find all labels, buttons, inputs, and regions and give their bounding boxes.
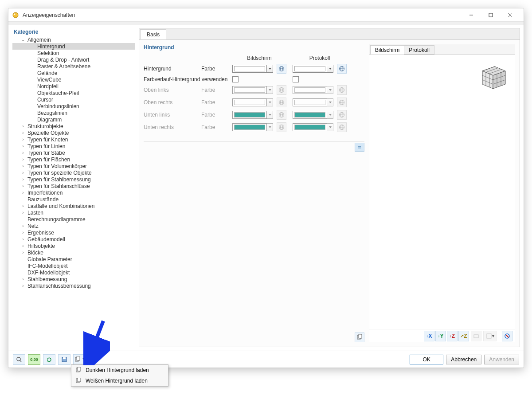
document-icon — [75, 367, 82, 374]
view-mode-1-button[interactable] — [471, 331, 481, 341]
preview-tab-screen[interactable]: Bildschirm — [370, 45, 404, 55]
preview-tab-protokoll[interactable]: Protokoll — [404, 45, 434, 55]
tree-item[interactable]: Cursor — [12, 96, 135, 103]
row-label-tr: Oben rechts — [144, 99, 201, 106]
gradient-checkbox-screen[interactable] — [232, 76, 239, 82]
tree-item[interactable]: ›Ergebnisse — [12, 229, 135, 236]
svg-rect-3 — [489, 13, 493, 17]
row-label-gradient: Farbverlauf-Hintergrund verwenden — [144, 76, 232, 82]
svg-rect-68 — [78, 378, 81, 382]
tree-item[interactable]: Nordpfeil — [12, 83, 135, 90]
copy-settings-button[interactable] — [355, 332, 364, 342]
save-button[interactable] — [58, 354, 70, 365]
tree-item[interactable]: Bezugslinien — [12, 110, 135, 116]
preview-viewport[interactable] — [369, 55, 515, 329]
units-button[interactable]: 0,00 — [28, 354, 40, 365]
tree-item[interactable]: Raster & Arbeitsebene — [12, 63, 135, 70]
tree-item[interactable]: ›Blöcke — [12, 249, 135, 256]
refresh-button[interactable] — [43, 354, 55, 365]
cancel-button[interactable]: Abbrechen — [446, 355, 481, 364]
view-mode-2-button[interactable]: ▾ — [483, 331, 497, 341]
section-title: Hintergrund — [144, 44, 364, 51]
row-sublabel-bg: Farbe — [201, 66, 232, 72]
row-sublabel-tl: Farbe — [201, 87, 232, 93]
tree-item[interactable]: Drag & Drop - Antwort — [12, 56, 135, 63]
tree-item[interactable]: ›Gebäudemodell — [12, 236, 135, 243]
ok-button[interactable]: OK — [410, 355, 443, 364]
view-iso-button[interactable]: ↗Z — [458, 331, 469, 341]
row-label-tl: Oben links — [144, 87, 201, 93]
tree-item[interactable]: ›Lasten — [12, 209, 135, 216]
window-title: Anzeigeeigenschaften — [23, 12, 462, 18]
tree-item[interactable]: ⌄Allgemein — [12, 36, 135, 43]
tree-item[interactable]: ›Typen für Stahlbemessung — [12, 176, 135, 183]
tree-item[interactable]: Berechnungsdiagramme — [12, 216, 135, 223]
tree-item[interactable]: ›Typen für Linien — [12, 143, 135, 149]
view-y-button[interactable]: ↓Y — [435, 331, 446, 341]
tree-item[interactable]: ›Spezielle Objekte — [12, 129, 135, 136]
tree-item[interactable]: Hintergrund — [12, 43, 135, 50]
menu-load-dark-bg[interactable]: Dunklen Hintergrund laden — [71, 365, 168, 376]
menu-load-white-bg[interactable]: Weißen Hintergrund laden — [71, 376, 168, 386]
preview-panel: Bildschirm Protokoll — [369, 44, 515, 342]
maximize-button[interactable] — [481, 8, 501, 22]
apply-button[interactable]: Anwenden — [484, 355, 519, 364]
close-button[interactable] — [501, 8, 520, 22]
tree-item[interactable]: ›Stahlanschlussbemessung — [12, 282, 135, 289]
row-sublabel-tr: Farbe — [201, 99, 232, 106]
svg-rect-37 — [359, 334, 362, 338]
tree-item[interactable]: ›Stahlbemessung — [12, 276, 135, 282]
tree-item[interactable]: ›Imperfektionen — [12, 189, 135, 196]
tree-item[interactable]: ›Typen für Volumenkörper — [12, 163, 135, 169]
color-picker-tr-screen — [232, 98, 277, 106]
view-z-button[interactable]: ↓Z — [447, 331, 458, 341]
tree-item[interactable]: ViewCube — [12, 76, 135, 83]
settings-tabs: Basis — [139, 28, 520, 40]
globe-button-bl-screen — [277, 110, 286, 120]
reset-view-button[interactable] — [502, 331, 512, 341]
tree-item[interactable]: Verbindungslinien — [12, 103, 135, 110]
tree-item[interactable]: Objektsuche-Pfeil — [12, 90, 135, 96]
globe-button-br-screen — [277, 122, 286, 132]
tree-item[interactable]: ›Strukturobjekte — [12, 123, 135, 129]
color-picker-bg-proto[interactable] — [293, 65, 337, 73]
tree-item[interactable]: IFC-Modellobjekt — [12, 262, 135, 269]
tree-item[interactable]: ›Typen für Knoten — [12, 136, 135, 143]
tree-item[interactable]: ›Typen für Stahlanschlüsse — [12, 183, 135, 189]
load-background-menu: Dunklen Hintergrund laden Weißen Hinterg… — [71, 364, 168, 387]
tree-item[interactable]: Selektion — [12, 50, 135, 56]
color-picker-bl-screen — [232, 111, 277, 119]
tree-item[interactable]: ›Lastfälle und Kombinationen — [12, 203, 135, 209]
tab-basis[interactable]: Basis — [140, 29, 166, 39]
minimize-button[interactable] — [462, 8, 481, 22]
globe-button-br-proto — [337, 122, 347, 132]
globe-button-bg-screen[interactable] — [277, 64, 286, 74]
category-tree[interactable]: ⌄AllgemeinHintergrundSelektionDrag & Dro… — [12, 36, 135, 347]
tree-item[interactable]: Gelände — [12, 70, 135, 76]
load-background-split-button[interactable]: ▼ — [73, 354, 88, 365]
color-picker-br-screen — [232, 123, 277, 131]
tree-item[interactable]: ›Typen für Flächen — [12, 156, 135, 163]
view-x-button[interactable]: ↓X — [424, 331, 434, 341]
tree-item[interactable]: ›Typen für Stäbe — [12, 149, 135, 156]
titlebar: Anzeigeeigenschaften — [8, 8, 524, 22]
color-picker-tl-proto — [293, 86, 337, 94]
tree-item[interactable]: ›Hilfsobjekte — [12, 243, 135, 249]
tree-item[interactable]: Globale Parameter — [12, 256, 135, 262]
tree-item[interactable]: Bauzustände — [12, 196, 135, 203]
settings-grid: Bildschirm Protokoll HintergrundFarbeFar… — [144, 55, 364, 132]
category-panel: Kategorie ⌄AllgemeinHintergrundSelektion… — [12, 28, 135, 347]
tree-item[interactable]: ›Typen für spezielle Objekte — [12, 169, 135, 176]
svg-rect-66 — [78, 367, 81, 371]
sync-columns-button[interactable]: = — [355, 143, 364, 152]
color-picker-br-proto — [293, 123, 337, 131]
search-button[interactable] — [13, 354, 25, 365]
globe-button-tr-proto — [337, 98, 347, 107]
svg-rect-54 — [474, 335, 478, 338]
color-picker-bg-screen[interactable] — [232, 65, 277, 73]
globe-button-bg-proto[interactable] — [337, 64, 347, 74]
tree-item[interactable]: ›Netz — [12, 223, 135, 229]
gradient-checkbox-proto[interactable] — [293, 76, 299, 82]
tree-item[interactable]: Diagramm — [12, 116, 135, 123]
tree-item[interactable]: DXF-Modellobjekt — [12, 269, 135, 276]
